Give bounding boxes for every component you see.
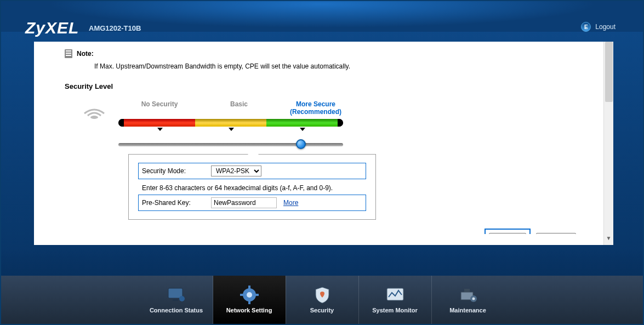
level-ticks: [118, 127, 343, 132]
svg-rect-12: [464, 289, 470, 292]
nav-label: Connection Status: [150, 307, 203, 313]
bottom-nav: Connection Status Network Setting Securi…: [1, 276, 643, 324]
nav-security[interactable]: Security: [286, 276, 358, 324]
shield-icon: [311, 286, 333, 304]
security-mode-select[interactable]: WPA2-PSK: [211, 166, 261, 176]
slider-knob[interactable]: [296, 139, 306, 149]
logout-icon: E: [581, 22, 591, 32]
logout-label: Logout: [595, 23, 615, 31]
nav-connection-status[interactable]: Connection Status: [140, 276, 213, 324]
scroll-down-arrow[interactable]: ▼: [604, 235, 613, 245]
scrollbar[interactable]: ▲ ▼: [603, 42, 613, 245]
svg-rect-8: [240, 294, 243, 296]
psk-label: Pre-Shared Key:: [142, 199, 208, 207]
level-label-none: No Security: [118, 100, 201, 116]
psk-more-link[interactable]: More: [283, 199, 298, 207]
psk-hint: Enter 8-63 characters or 64 hexadecimal …: [142, 184, 366, 192]
security-mode-row: Security Mode: WPA2-PSK: [139, 163, 366, 179]
psk-row: Pre-Shared Key: More: [139, 195, 366, 210]
security-mode-label: Security Mode:: [142, 167, 208, 175]
gear-icon: [238, 286, 260, 304]
svg-rect-2: [173, 299, 178, 301]
svg-point-0: [90, 116, 98, 119]
nav-label: Network Setting: [226, 307, 272, 313]
chart-icon: [384, 286, 406, 304]
svg-point-14: [472, 298, 475, 300]
button-row: Apply Cancel: [65, 233, 576, 234]
brand-logo: ZyXEL: [25, 19, 79, 37]
security-settings-box: Security Mode: WPA2-PSK Enter 8-63 chara…: [128, 154, 376, 220]
nav-system-monitor[interactable]: System Monitor: [359, 276, 431, 324]
svg-point-3: [179, 296, 185, 301]
svg-rect-7: [248, 301, 250, 304]
content-fade: [1, 248, 643, 276]
header-bar: ZyXEL AMG1202-T10B E Logout: [1, 1, 643, 32]
security-level-bar: [118, 119, 343, 127]
security-level-slider[interactable]: [118, 143, 343, 146]
svg-rect-9: [255, 294, 259, 296]
level-label-basic: Basic: [201, 100, 277, 116]
level-label-more: More Secure (Recommended): [277, 100, 354, 116]
wifi-icon: [82, 104, 106, 120]
monitor-icon: [166, 286, 187, 304]
psk-input[interactable]: [211, 197, 277, 208]
toolbox-icon: [457, 286, 479, 304]
nav-maintenance[interactable]: Maintenance: [432, 276, 504, 324]
svg-rect-6: [248, 286, 250, 289]
note-heading: Note:: [77, 50, 94, 58]
nav-network-setting[interactable]: Network Setting: [213, 276, 286, 324]
nav-label: Security: [310, 307, 334, 313]
section-heading-security-level: Security Level: [65, 82, 576, 90]
cancel-button[interactable]: Cancel: [536, 233, 576, 234]
note-body: If Max. Upstream/Downstream Bandwidth is…: [94, 62, 576, 70]
model-name: AMG1202-T10B: [89, 24, 141, 32]
scroll-thumb[interactable]: [605, 42, 613, 102]
apply-button[interactable]: Apply: [489, 233, 526, 234]
logout-button[interactable]: E Logout: [581, 22, 615, 32]
nav-label: Maintenance: [449, 307, 486, 313]
svg-point-5: [247, 292, 252, 298]
nav-label: System Monitor: [372, 307, 418, 313]
note-icon: [65, 49, 72, 58]
content-panel: Note: If Max. Upstream/Downstream Bandwi…: [34, 42, 603, 245]
